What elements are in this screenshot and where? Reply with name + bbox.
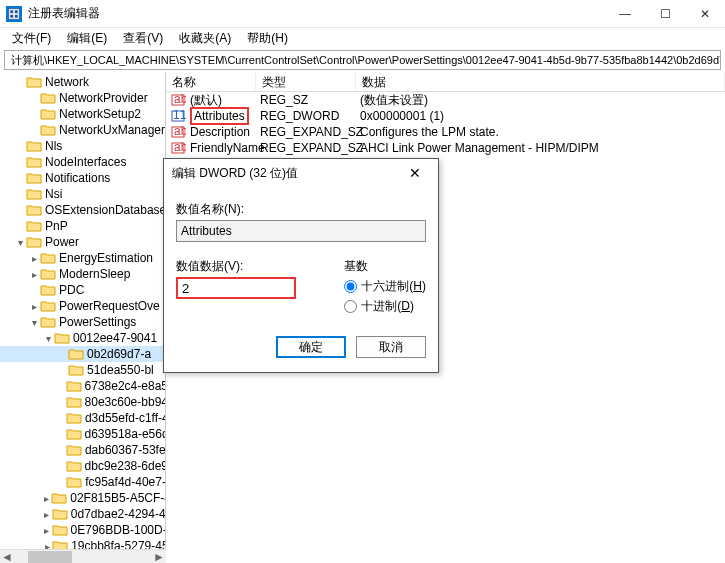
tree-item[interactable]: PDC: [0, 282, 165, 298]
tree-item[interactable]: Nsi: [0, 186, 165, 202]
chevron-icon[interactable]: ▸: [42, 509, 52, 520]
tree-item[interactable]: Network: [0, 74, 165, 90]
chevron-icon[interactable]: ▸: [28, 253, 40, 264]
svg-text:110: 110: [173, 108, 186, 122]
col-data[interactable]: 数据: [356, 72, 725, 91]
col-name[interactable]: 名称: [166, 72, 256, 91]
folder-icon: [26, 235, 42, 249]
menu-favorites[interactable]: 收藏夹(A): [171, 28, 239, 48]
edit-dword-dialog: 编辑 DWORD (32 位)值 ✕ 数值名称(N): 数值数据(V): 基数 …: [163, 158, 439, 373]
folder-icon: [26, 171, 42, 185]
tree-item[interactable]: 6738e2c4-e8a5-4a: [0, 378, 165, 394]
chevron-icon[interactable]: ▸: [42, 541, 52, 550]
folder-icon: [26, 187, 42, 201]
minimize-button[interactable]: —: [605, 0, 645, 28]
tree-item-label: 0b2d69d7-a: [87, 347, 151, 361]
tree-item[interactable]: ▸19cbb8fa-5279-450e: [0, 538, 165, 549]
tree-item-label: 0E796BDB-100D-47D: [71, 523, 165, 537]
tree-item[interactable]: dbc9e238-6de9-49: [0, 458, 165, 474]
tree-item-label: Nls: [45, 139, 62, 153]
chevron-icon[interactable]: ▸: [28, 269, 40, 280]
menu-edit[interactable]: 编辑(E): [59, 28, 115, 48]
tree-item[interactable]: 80e3c60e-bb94-4a: [0, 394, 165, 410]
tree-item[interactable]: OSExtensionDatabase: [0, 202, 165, 218]
tree-item[interactable]: Nls: [0, 138, 165, 154]
tree-item[interactable]: fc95af4d-40e7-4b: [0, 474, 165, 490]
tree-item[interactable]: ▾Power: [0, 234, 165, 250]
address-bar[interactable]: 计算机\HKEY_LOCAL_MACHINE\SYSTEM\CurrentCon…: [4, 50, 721, 70]
maximize-button[interactable]: ☐: [645, 0, 685, 28]
cancel-button[interactable]: 取消: [356, 336, 426, 358]
tree-item[interactable]: NetworkUxManager: [0, 122, 165, 138]
menu-help[interactable]: 帮助(H): [239, 28, 296, 48]
radio-hex-label: 十六进制(H): [361, 278, 426, 295]
value-data-field[interactable]: [176, 277, 296, 299]
folder-icon: [26, 203, 42, 217]
tree-item[interactable]: Notifications: [0, 170, 165, 186]
tree-item-label: 19cbb8fa-5279-450e: [71, 539, 165, 549]
tree-item[interactable]: ▸ModernSleep: [0, 266, 165, 282]
list-row[interactable]: ab(默认)REG_SZ(数值未设置): [166, 92, 725, 108]
chevron-icon[interactable]: ▾: [28, 317, 40, 328]
tree-item[interactable]: d639518a-e56d-43: [0, 426, 165, 442]
dialog-close-button[interactable]: ✕: [400, 165, 430, 181]
folder-icon: [52, 507, 68, 521]
col-type[interactable]: 类型: [256, 72, 356, 91]
tree-item[interactable]: ▸EnergyEstimation: [0, 250, 165, 266]
scroll-thumb[interactable]: [28, 551, 72, 563]
folder-icon: [52, 523, 68, 537]
scroll-right-icon[interactable]: ►: [152, 550, 166, 564]
close-button[interactable]: ✕: [685, 0, 725, 28]
list-row[interactable]: 110AttributesREG_DWORD0x00000001 (1): [166, 108, 725, 124]
folder-icon: [66, 395, 82, 409]
value-name: FriendlyName: [190, 141, 256, 155]
folder-icon: [40, 267, 56, 281]
tree-item-label: PowerSettings: [59, 315, 136, 329]
list-header: 名称 类型 数据: [166, 72, 725, 92]
scroll-left-icon[interactable]: ◄: [0, 550, 14, 564]
folder-icon: [40, 251, 56, 265]
radio-hex-input[interactable]: [344, 280, 357, 293]
folder-icon: [68, 347, 84, 361]
tree-item[interactable]: ▾PowerSettings: [0, 314, 165, 330]
radio-hex[interactable]: 十六进制(H): [344, 278, 426, 295]
chevron-icon[interactable]: ▸: [28, 301, 40, 312]
value-name-field[interactable]: [176, 220, 426, 242]
folder-icon: [26, 75, 42, 89]
ok-button[interactable]: 确定: [276, 336, 346, 358]
value-type-icon: ab: [170, 92, 186, 108]
chevron-icon[interactable]: ▸: [42, 525, 52, 536]
tree-item[interactable]: ▾0012ee47-9041: [0, 330, 165, 346]
list-row[interactable]: abFriendlyNameREG_EXPAND_SZAHCI Link Pow…: [166, 140, 725, 156]
tree-item-label: Nsi: [45, 187, 62, 201]
tree-item[interactable]: 0b2d69d7-a: [0, 346, 165, 362]
tree-item[interactable]: ▸PowerRequestOve: [0, 298, 165, 314]
value-type: REG_EXPAND_SZ: [256, 141, 356, 155]
tree-item[interactable]: ▸0E796BDB-100D-47D: [0, 522, 165, 538]
value-data: 0x00000001 (1): [356, 109, 725, 123]
tree-item[interactable]: NetworkProvider: [0, 90, 165, 106]
tree-scrollbar[interactable]: ◄ ►: [0, 549, 166, 563]
folder-icon: [66, 475, 82, 489]
tree-item[interactable]: 51dea550-bl: [0, 362, 165, 378]
radio-dec-input[interactable]: [344, 300, 357, 313]
svg-rect-4: [15, 14, 18, 17]
menu-view[interactable]: 查看(V): [115, 28, 171, 48]
tree-item-label: NetworkUxManager: [59, 123, 165, 137]
tree-item[interactable]: dab60367-53fe-4fl: [0, 442, 165, 458]
menu-file[interactable]: 文件(F): [4, 28, 59, 48]
tree-item[interactable]: PnP: [0, 218, 165, 234]
tree-item[interactable]: d3d55efd-c1ff-424: [0, 410, 165, 426]
tree-item[interactable]: NetworkSetup2: [0, 106, 165, 122]
tree-item[interactable]: ▸0d7dbae2-4294-402a: [0, 506, 165, 522]
tree-item-label: Notifications: [45, 171, 110, 185]
window-title: 注册表编辑器: [28, 5, 605, 22]
chevron-icon[interactable]: ▸: [42, 493, 51, 504]
tree-item[interactable]: ▸02F815B5-A5CF-4C84: [0, 490, 165, 506]
radio-dec[interactable]: 十进制(D): [344, 298, 426, 315]
list-row[interactable]: abDescriptionREG_EXPAND_SZConfigures the…: [166, 124, 725, 140]
chevron-icon[interactable]: ▾: [14, 237, 26, 248]
chevron-icon[interactable]: ▾: [42, 333, 54, 344]
tree-item[interactable]: NodeInterfaces: [0, 154, 165, 170]
tree-item-label: dab60367-53fe-4fl: [85, 443, 165, 457]
